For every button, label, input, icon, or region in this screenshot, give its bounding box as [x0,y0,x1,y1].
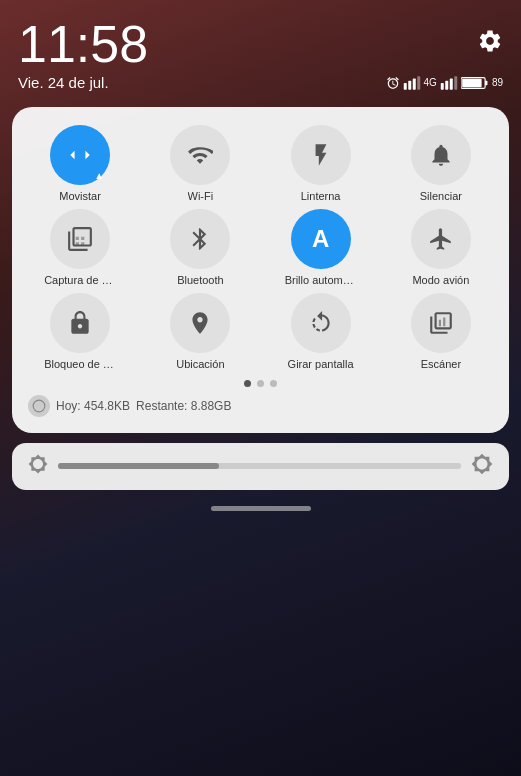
tile-movistar[interactable]: ▲ Movistar [22,125,138,203]
clock: 11:58 [18,18,148,70]
status-icons: 4G 89 [386,76,503,90]
bluetooth-label: Bluetooth [177,274,223,287]
autobrightness-icon: A [291,209,351,269]
tile-flashlight[interactable]: Linterna [263,125,379,203]
flashlight-label: Linterna [301,190,341,203]
brightness-high-icon [471,453,493,480]
tile-bluetooth[interactable]: Bluetooth [142,209,258,287]
svg-rect-10 [462,78,481,87]
airplane-icon [411,209,471,269]
svg-rect-9 [485,80,487,85]
location-label: Ubicación [176,358,224,371]
data-usage-row: Hoy: 454.8KB Restante: 8.88GB [22,393,499,419]
tile-autobrightness[interactable]: A Brillo automático [263,209,379,287]
brightness-fill [58,463,219,469]
svg-rect-0 [403,83,406,90]
status-bar: 11:58 [0,0,521,74]
bluetooth-icon [170,209,230,269]
screenshot-label: Captura de pant [44,274,116,287]
battery-label: 89 [492,77,503,88]
tile-wifi[interactable]: Wi-Fi [142,125,258,203]
rotate-label: Girar pantalla [288,358,354,371]
tile-location[interactable]: Ubicación [142,293,258,371]
rotate-icon [291,293,351,353]
dot-1[interactable] [244,380,251,387]
wifi-label: Wi-Fi [188,190,214,203]
tile-scanner[interactable]: Escáner [383,293,499,371]
data-icon [28,395,50,417]
tile-airplane[interactable]: Modo avión [383,209,499,287]
brightness-low-icon [28,454,48,479]
svg-rect-5 [445,80,448,89]
handle-bar [211,506,311,511]
tile-silent[interactable]: Silenciar [383,125,499,203]
quick-settings-panel: ▲ Movistar Wi-Fi Linterna [12,107,509,433]
lockscreen-label: Bloqueo de pant [44,358,116,371]
location-icon [170,293,230,353]
svg-rect-6 [450,78,453,89]
tile-rotate[interactable]: Girar pantalla [263,293,379,371]
svg-rect-7 [454,76,457,90]
date-row: Vie. 24 de jul. 4G 89 [0,74,521,99]
lockscreen-icon [50,293,110,353]
silent-label: Silenciar [420,190,462,203]
movistar-icon: ▲ [50,125,110,185]
bottom-handle [0,506,521,511]
scanner-label: Escáner [421,358,461,371]
brightness-track[interactable] [58,463,461,469]
autobrightness-label: Brillo automático [285,274,357,287]
svg-rect-3 [417,76,420,90]
network-label: 4G [424,77,437,88]
data-today: Hoy: 454.8KB [56,399,130,413]
flashlight-icon [291,125,351,185]
svg-point-11 [33,400,45,412]
movistar-label: Movistar [59,190,101,203]
svg-rect-1 [408,80,411,89]
airplane-label: Modo avión [412,274,469,287]
data-remaining: Restante: 8.88GB [136,399,231,413]
dot-3[interactable] [270,380,277,387]
tile-screenshot[interactable]: Captura de pant [22,209,138,287]
wifi-icon [170,125,230,185]
svg-rect-4 [441,83,444,90]
brightness-bar[interactable] [12,443,509,490]
settings-icon[interactable] [477,28,503,61]
svg-rect-2 [412,78,415,89]
date-label: Vie. 24 de jul. [18,74,109,91]
tile-lockscreen[interactable]: Bloqueo de pant [22,293,138,371]
silent-icon [411,125,471,185]
tiles-grid: ▲ Movistar Wi-Fi Linterna [22,125,499,372]
scanner-icon [411,293,471,353]
page-dots [22,380,499,387]
dot-2[interactable] [257,380,264,387]
screenshot-icon [50,209,110,269]
